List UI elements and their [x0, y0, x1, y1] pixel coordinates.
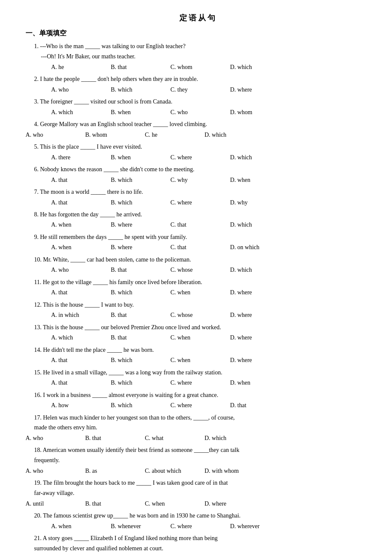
option: A. who — [26, 466, 85, 476]
question-text-6: 6. Nobody knows the reason _____ she did… — [34, 164, 371, 175]
option: A. when — [26, 553, 85, 555]
option: A. he — [51, 62, 111, 72]
option: D. why — [230, 197, 290, 208]
option: C. why — [170, 175, 230, 185]
question-block-15: 15. He lived in a small village, _____ w… — [26, 368, 371, 388]
options-line-15: A. thatB. whichC. whereD. when — [51, 377, 371, 388]
question-text-1: 1. ---Who is the man _____ was talking t… — [34, 41, 371, 52]
option: B. which — [111, 400, 170, 411]
question-block-1: 1. ---Who is the man _____ was talking t… — [26, 41, 371, 72]
option: C. who — [170, 107, 230, 118]
option: B. when — [111, 152, 170, 163]
option: D. where — [230, 332, 290, 343]
option: C. whose — [170, 265, 230, 275]
option: D. which — [205, 433, 264, 443]
option: A. that — [51, 197, 111, 208]
option: C. what — [145, 433, 205, 443]
option: D. which — [230, 219, 290, 230]
option: B. where — [111, 219, 170, 230]
option: C. that — [170, 242, 230, 253]
option: C. where — [170, 197, 230, 208]
option: B. that — [85, 498, 145, 509]
option: D. wherever — [230, 521, 290, 532]
options-line-9: A. whenB. whereC. thatD. on which — [51, 242, 371, 253]
options-line-12: A. in whichB. thatC. whoseD. where — [51, 310, 371, 320]
question-block-5: 5. This is the place _____ I have ever v… — [26, 142, 371, 163]
options-line-3: A. whichB. whenC. whoD. whom — [51, 107, 371, 118]
option: B. which — [111, 84, 170, 95]
question-block-2: 2. I hate the people _____ don't help ot… — [26, 74, 371, 95]
option: D. where — [205, 498, 264, 509]
question-block-19: 19. The film brought the hours back to m… — [26, 478, 371, 509]
option: B. which — [111, 377, 170, 388]
option: B. which — [111, 197, 170, 208]
options-line-11: A. thatB. whichC. whenD. where — [51, 287, 371, 298]
question-block-12: 12. This is the house _____ I want to bu… — [26, 300, 371, 321]
option: B. that — [85, 433, 145, 443]
question-text-14: 14. He didn't tell me the place _____ he… — [34, 345, 371, 355]
option: A. that — [51, 175, 111, 185]
option: A. who — [51, 265, 111, 275]
question-text-17: 17. Helen was much kinder to her younges… — [34, 413, 371, 423]
option: D. where — [230, 310, 290, 320]
option: B. where — [111, 242, 170, 253]
option: A. who — [51, 84, 111, 95]
question-text-12: 12. This is the house _____ I want to bu… — [34, 300, 371, 310]
question-text-9: 9. He still remembers the days _____ he … — [34, 232, 371, 242]
options-line-21: A. whenB. whereC. whatD. that — [26, 553, 371, 555]
question-text-2: 2. I hate the people _____ don't help ot… — [34, 74, 371, 84]
option: D. when — [230, 175, 290, 185]
option: D. which — [230, 265, 290, 275]
option: C. whom — [170, 62, 230, 72]
options-line-4: A. whoB. whomC. heD. which — [26, 129, 371, 140]
option: D. whom — [230, 107, 290, 118]
option: B. which — [111, 355, 170, 365]
option: C. where — [170, 152, 230, 163]
question-text2-17: made the others envy him. — [34, 423, 371, 433]
question-text-18: 18. American women usually identify thei… — [34, 445, 371, 455]
options-line-14: A. thatB. whichC. whenD. where — [51, 355, 371, 365]
options-line-18: A. whoB. asC. about whichD. with whom — [26, 466, 371, 476]
option: D. when — [230, 377, 290, 388]
option: A. who — [26, 129, 85, 140]
section1-title: 一、单项填空 — [26, 29, 371, 38]
options-line-7: A. thatB. whichC. whereD. why — [51, 197, 371, 208]
question-block-11: 11. He got to the village _____ his fami… — [26, 277, 371, 298]
question-block-17: 17. Helen was much kinder to her younges… — [26, 413, 371, 444]
question-block-9: 9. He still remembers the days _____ he … — [26, 232, 371, 253]
question-block-13: 13. This is the house _____ our beloved … — [26, 322, 371, 343]
option: B. when — [111, 107, 170, 118]
question-text-19: 19. The film brought the hours back to m… — [34, 478, 371, 488]
question-block-8: 8. He has forgotten the day _____ he arr… — [26, 210, 371, 230]
question-text-5: 5. This is the place _____ I have ever v… — [34, 142, 371, 152]
option: B. whenever — [111, 521, 170, 532]
option: C. whose — [170, 310, 230, 320]
option: B. which — [111, 175, 170, 185]
option: B. that — [111, 310, 170, 320]
option: C. where — [170, 377, 230, 388]
options-line-13: A. whichB. thatC. whenD. where — [51, 332, 371, 343]
option: C. what — [145, 553, 205, 555]
option: B. that — [111, 332, 170, 343]
option: C. when — [145, 498, 205, 509]
page-title: 定语从句 — [26, 13, 371, 23]
option: C. when — [170, 355, 230, 365]
option: D. that — [205, 553, 264, 555]
options-line-10: A. whoB. thatC. whoseD. which — [51, 265, 371, 275]
question-sub-1: ---Oh! It's Mr Baker, our maths teacher. — [41, 52, 371, 62]
question-text-4: 4. George Mallory was an English school … — [34, 119, 371, 129]
question-block-18: 18. American women usually identify thei… — [26, 445, 371, 476]
options-line-16: A. howB. whichC. whereD. that — [51, 400, 371, 411]
question-block-4: 4. George Mallory was an English school … — [26, 119, 371, 140]
option: A. until — [26, 498, 85, 509]
option: D. with whom — [205, 466, 264, 476]
question-text-8: 8. He has forgotten the day _____ he arr… — [34, 210, 371, 220]
option: B. whom — [85, 129, 145, 140]
options-line-5: A. thereB. whenC. whereD. which — [51, 152, 371, 163]
option: B. where — [85, 553, 145, 555]
question-text-15: 15. He lived in a small village, _____ w… — [34, 368, 371, 378]
option: A. in which — [51, 310, 111, 320]
option: A. that — [51, 287, 111, 298]
question-block-6: 6. Nobody knows the reason _____ she did… — [26, 164, 371, 185]
option: C. when — [170, 332, 230, 343]
